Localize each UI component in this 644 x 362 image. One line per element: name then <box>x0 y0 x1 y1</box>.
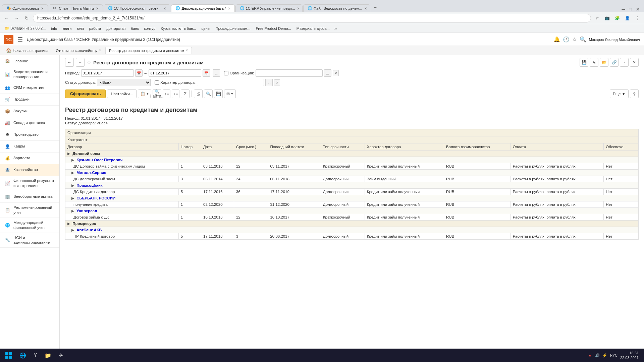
new-tab-button[interactable]: + <box>371 3 379 12</box>
sidebar-item-main[interactable]: 🏠 Главное <box>0 55 59 67</box>
browser-tab-5[interactable]: 🌐 1С:ERP Управление предп... ✕ <box>235 4 303 12</box>
generate-button[interactable]: Сформировать <box>65 89 106 98</box>
app-tab-register-close[interactable]: ✕ <box>185 49 188 52</box>
menu-button[interactable]: ⋮ <box>633 14 641 22</box>
organization-checkbox[interactable] <box>224 71 228 75</box>
bookmark-demo[interactable]: Free Product Demo... <box>254 26 293 31</box>
period-options-button[interactable]: ... <box>213 69 220 77</box>
favorites-icon[interactable]: ☆ <box>572 36 577 43</box>
period-from-input[interactable] <box>81 69 134 77</box>
bookmark-info[interactable]: info <box>49 26 59 31</box>
bookmark-rates[interactable]: Курсы валют в бан... <box>159 26 198 31</box>
contract-type-clear-button[interactable]: ✕ <box>274 79 280 85</box>
browser-tab-6[interactable]: 🌐 Файл:Ведомость по денеж... ✕ <box>303 4 370 12</box>
email-dropdown-icon[interactable]: ▼ <box>230 92 233 96</box>
contractor3-toggle[interactable]: ▶ <box>71 184 74 187</box>
taskbar-explorer[interactable]: 📁 <box>42 352 54 359</box>
user-name[interactable]: Макаров Леонид Михайлович <box>589 38 640 42</box>
more-button[interactable]: Еще ▼ <box>610 89 629 98</box>
tab-close-1[interactable]: ✕ <box>41 7 44 10</box>
bookmark-bank[interactable]: банк <box>129 26 141 31</box>
section2-toggle[interactable]: ▶ <box>67 222 70 226</box>
close-report-button[interactable]: ✕ <box>630 58 639 67</box>
copy-dropdown-icon[interactable]: ▼ <box>146 92 149 96</box>
notifications-icon[interactable]: 🔔 <box>553 36 560 43</box>
report-content[interactable]: Реестр договоров по кредитам и депозитам… <box>60 101 644 362</box>
sort-asc-button[interactable]: ↑≡ <box>163 89 170 98</box>
minimize-button[interactable]: ─ <box>620 7 627 12</box>
browser-tab-4[interactable]: 🌐 Демонстрационная база / ✕ <box>171 4 234 12</box>
sort-desc-button[interactable]: ↓≡ <box>172 89 179 98</box>
find-button-toolbar[interactable]: 🔍 Найти... <box>153 89 161 98</box>
organization-input[interactable] <box>256 69 323 77</box>
maximize-button[interactable]: □ <box>627 7 634 12</box>
bookmark-yulia[interactable]: юля <box>75 26 86 31</box>
save-button[interactable]: 💾 <box>580 58 588 67</box>
bookmark-books[interactable]: книги <box>60 26 73 31</box>
sidebar-item-nsi[interactable]: 🔧 НСИ и администрирование <box>0 233 59 248</box>
contractor1-toggle[interactable]: ▶ <box>71 158 74 162</box>
bookmark-work[interactable]: работа <box>87 26 103 31</box>
contract-status-select[interactable]: <Все> <box>97 79 151 86</box>
extensions-button[interactable]: 🧩 <box>613 14 621 22</box>
forward-button[interactable]: → <box>13 14 21 22</box>
reload-button[interactable]: ↻ <box>23 14 31 22</box>
print-preview-button[interactable]: 🖨 <box>590 58 598 67</box>
sidebar-item-crm[interactable]: 👥 CRM и маркетинг <box>0 82 59 94</box>
organization-clear-button[interactable]: ✕ <box>333 70 339 76</box>
bookmark-thesis[interactable]: докторская <box>104 26 127 31</box>
period-from-calendar-button[interactable]: 📅 <box>135 69 143 77</box>
save-file-button[interactable]: 💾 <box>214 89 223 98</box>
sidebar-item-assets[interactable]: 🏢 Внеоборотные активы <box>0 191 59 203</box>
help-button[interactable]: ? <box>630 89 639 98</box>
cast-button[interactable]: 📺 <box>603 14 611 22</box>
more-options-button[interactable]: ⋮ <box>620 58 629 67</box>
report-forward-button[interactable]: → <box>76 58 85 67</box>
settings-button[interactable]: Настройки... <box>107 89 137 98</box>
app-tab-register[interactable]: Реестр договоров по кредитам и депозитам… <box>105 47 192 54</box>
app-tab-treasury[interactable]: Отчеты по казначейству ✕ <box>52 47 105 54</box>
tab-close-5[interactable]: ✕ <box>297 7 300 10</box>
sidebar-item-hr[interactable]: 👤 Кадры <box>0 141 59 153</box>
sidebar-item-international[interactable]: 🌐 Международный финансовый учет <box>0 218 59 233</box>
sidebar-item-finance[interactable]: 📈 Финансовый результат и контроллинг <box>0 176 59 191</box>
open-button[interactable]: 📂 <box>600 58 608 67</box>
report-back-button[interactable]: ← <box>65 58 74 67</box>
bookmark-kontur[interactable]: контур <box>142 26 158 31</box>
period-to-input[interactable] <box>149 69 201 77</box>
period-to-calendar-button[interactable]: 📅 <box>203 69 210 77</box>
sidebar-item-regulated[interactable]: 📋 Регламентированный учет <box>0 203 59 218</box>
tab-close-4[interactable]: ✕ <box>228 7 230 10</box>
tab-close-3[interactable]: ✕ <box>163 7 166 10</box>
contract-type-input[interactable] <box>197 79 264 86</box>
sidebar-item-purchases[interactable]: 📦 Закупки <box>0 106 59 117</box>
url-input[interactable] <box>33 14 591 22</box>
tray-lang[interactable]: РУС <box>610 353 618 357</box>
sidebar-item-sales[interactable]: 🛒 Продажи <box>0 94 59 106</box>
taskbar-yandex[interactable]: Y <box>31 352 40 359</box>
profile-button[interactable]: 👤 <box>623 14 631 22</box>
app-tab-treasury-close[interactable]: ✕ <box>99 49 101 52</box>
contract-type-select-button[interactable]: ... <box>265 79 273 86</box>
contractor2-toggle[interactable]: ▶ <box>71 171 74 175</box>
tab-close-6[interactable]: ✕ <box>364 7 367 10</box>
zoom-button[interactable]: 🔍 <box>204 89 213 98</box>
bookmark-prices[interactable]: цены <box>199 26 212 31</box>
app-tab-home[interactable]: 🏠 Начальная страница <box>3 47 52 54</box>
search-icon[interactable]: 🔍 <box>580 36 586 43</box>
close-button[interactable]: ✕ <box>634 7 642 12</box>
organization-select-button[interactable]: ... <box>324 69 331 77</box>
contractor5-toggle[interactable]: ▶ <box>71 209 74 213</box>
tab-close-2[interactable]: ✕ <box>96 7 99 10</box>
sidebar-item-warehouse[interactable]: 🏭 Склад и доставка <box>0 117 59 129</box>
sidebar-item-salary[interactable]: 💰 Зарплата <box>0 153 59 164</box>
bookmark-star-button[interactable]: ☆ <box>593 14 601 22</box>
report-favorite-button[interactable]: ☆ <box>87 59 91 66</box>
bookmark-materials[interactable]: Материалы курса... <box>294 26 332 31</box>
email-button[interactable]: ✉ ▼ <box>224 89 236 98</box>
section1-toggle[interactable]: ▶ <box>67 152 70 156</box>
browser-tab-1[interactable]: 🎭 Одноклассники ✕ <box>2 4 48 12</box>
back-button[interactable]: ← <box>3 14 11 22</box>
link-button[interactable]: 🔗 <box>610 58 619 67</box>
contractor4-toggle[interactable]: ▶ <box>71 196 74 200</box>
